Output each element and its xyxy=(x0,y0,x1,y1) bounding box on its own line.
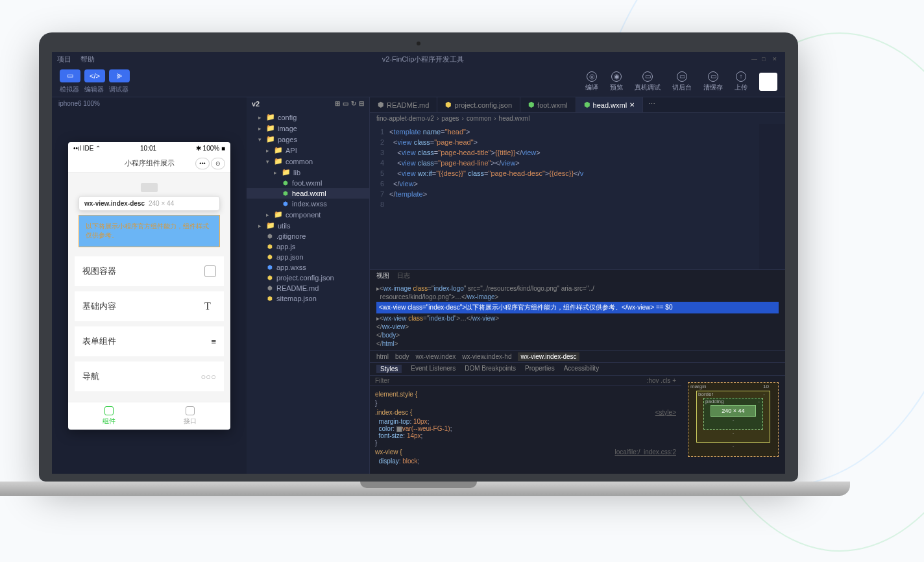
close-app-icon[interactable]: ⊙ xyxy=(211,158,225,169)
time-label: 10:01 xyxy=(140,145,156,152)
tab-event-listeners[interactable]: Event Listeners xyxy=(411,365,456,373)
folder-node[interactable]: ▸📁config xyxy=(247,112,369,123)
file-node[interactable]: ⬢sitemap.json xyxy=(247,293,369,304)
file-node[interactable]: ⬢.gitignore xyxy=(247,231,369,241)
devtools: 视图 日志 ▸<wx-image class="index-logo" src=… xyxy=(370,269,785,474)
minimap[interactable] xyxy=(759,124,785,269)
file-node[interactable]: ⬢foot.wxml xyxy=(247,178,369,188)
container-icon xyxy=(204,265,216,277)
folder-node[interactable]: ▸📁API xyxy=(247,145,369,156)
list-item[interactable]: 导航○○○ xyxy=(75,361,224,391)
device-info: iphone6 100% xyxy=(52,97,247,110)
preview-button[interactable]: ◉预览 xyxy=(610,71,623,92)
editor-tab[interactable]: ⬢ foot.wxml xyxy=(520,97,576,112)
editor-tab[interactable]: ⬢ project.config.json xyxy=(437,97,520,112)
new-file-icon[interactable]: ⊞ xyxy=(335,100,340,108)
more-tabs-icon[interactable]: ⋯ xyxy=(643,97,661,112)
file-node[interactable]: ⬢app.js xyxy=(247,241,369,252)
folder-node[interactable]: ▸📁utils xyxy=(247,220,369,231)
menu-project[interactable]: 项目 xyxy=(57,55,71,64)
explorer-root[interactable]: v2 xyxy=(252,100,260,108)
folder-node[interactable]: ▸📁lib xyxy=(247,167,369,178)
minimize-icon[interactable]: — xyxy=(751,56,759,62)
file-node[interactable]: ⬢project.config.json xyxy=(247,273,369,283)
tab-accessibility[interactable]: Accessibility xyxy=(564,365,599,373)
folder-node[interactable]: ▸📁image xyxy=(247,123,369,134)
highlighted-element[interactable]: 以下将展示小程序官方组件能力，组件样式仅供参考。 xyxy=(79,215,220,247)
elements-panel[interactable]: ▸<wx-image class="index-logo" src="../re… xyxy=(370,282,785,350)
editor-tab[interactable]: ⬢ README.md xyxy=(370,97,437,112)
phone-preview: ••ıl IDE ⌃ 10:01 ✱ 100% ■ 小程序组件展示 ••• ⊙ … xyxy=(68,142,230,430)
laptop-frame: 项目 帮助 v2-FinClip小程序开发工具 — □ ✕ ▭ </> ⫸ 模拟… xyxy=(39,32,798,496)
styles-filter[interactable]: Filter xyxy=(375,377,389,384)
breadcrumb[interactable]: fino-applet-demo-v2›pages›common›head.wx… xyxy=(370,113,785,124)
file-node[interactable]: ⬢README.md xyxy=(247,283,369,293)
dots-icon: ○○○ xyxy=(201,372,216,382)
page-title: 小程序组件展示 xyxy=(125,158,175,168)
simulator-panel: iphone6 100% ••ıl IDE ⌃ 10:01 ✱ 100% ■ 小… xyxy=(52,97,247,474)
file-explorer: v2 ⊞ ▭ ↻ ⊟ ▸📁config▸📁image▾📁pages▸📁API▾📁… xyxy=(247,97,370,474)
tab-dom-breakpoints[interactable]: DOM Breakpoints xyxy=(465,365,516,373)
window-title: v2-FinClip小程序开发工具 xyxy=(95,55,751,64)
collapse-icon[interactable]: ⊟ xyxy=(359,100,364,108)
hamburger-icon: ≡ xyxy=(211,337,216,347)
editor-toggle[interactable]: </> xyxy=(84,69,105,82)
devtools-tab-log[interactable]: 日志 xyxy=(397,271,410,280)
editor-tabs: ⬢ README.md⬢ project.config.json⬢ foot.w… xyxy=(370,97,785,113)
ide-window: 项目 帮助 v2-FinClip小程序开发工具 — □ ✕ ▭ </> ⫸ 模拟… xyxy=(52,52,785,474)
list-item[interactable]: 视图容器 xyxy=(75,256,224,286)
devtools-tab-view[interactable]: 视图 xyxy=(376,271,389,280)
tab-api[interactable]: 接口 xyxy=(149,402,230,430)
tab-properties[interactable]: Properties xyxy=(525,365,555,373)
toolbar: ▭ </> ⫸ 模拟器 编辑器 调试器 ◎编译 ◉预览 ▭真机调试 ▭切后台 ▭… xyxy=(52,66,785,97)
elements-breadcrumb[interactable]: htmlbodywx-view.indexwx-view.index-hdwx-… xyxy=(370,350,785,363)
folder-node[interactable]: ▸📁component xyxy=(247,209,369,220)
debugger-label: 调试器 xyxy=(109,85,128,94)
simulator-toggle[interactable]: ▭ xyxy=(60,69,80,82)
file-node[interactable]: ⬢head.wxml xyxy=(247,188,369,199)
text-icon: T xyxy=(204,300,216,312)
simulator-label: 模拟器 xyxy=(60,85,79,94)
file-node[interactable]: ⬢app.json xyxy=(247,252,369,262)
close-icon[interactable]: ✕ xyxy=(772,56,780,62)
file-node[interactable]: ⬢app.wxss xyxy=(247,262,369,273)
debugger-toggle[interactable]: ⫸ xyxy=(109,69,130,82)
clear-cache-button[interactable]: ▭清缓存 xyxy=(703,71,723,92)
folder-node[interactable]: ▾📁pages xyxy=(247,134,369,145)
tab-styles[interactable]: Styles xyxy=(376,365,402,373)
maximize-icon[interactable]: □ xyxy=(762,56,770,62)
battery-label: ✱ 100% ■ xyxy=(196,145,225,152)
element-tooltip: wx-view.index-desc 240 × 44 xyxy=(79,196,220,211)
list-item[interactable]: 表单组件≡ xyxy=(75,326,224,356)
logo-placeholder xyxy=(141,183,158,192)
file-node[interactable]: ⬢index.wxss xyxy=(247,199,369,209)
titlebar: 项目 帮助 v2-FinClip小程序开发工具 — □ ✕ xyxy=(52,52,785,66)
more-icon[interactable]: ••• xyxy=(195,158,210,169)
editor-label: 编辑器 xyxy=(84,85,104,94)
box-model: margin 10 border - padding- 240 × 44 - -… xyxy=(681,376,785,474)
code-editor[interactable]: 12345678 <template name="head"> <view cl… xyxy=(370,124,785,269)
folder-node[interactable]: ▾📁common xyxy=(247,156,369,167)
signal-label: ••ıl IDE ⌃ xyxy=(73,145,101,152)
editor-tab[interactable]: ⬢ head.wxml ✕ xyxy=(576,97,644,112)
background-button[interactable]: ▭切后台 xyxy=(672,71,692,92)
tab-component[interactable]: 组件 xyxy=(68,402,149,430)
refresh-icon[interactable]: ↻ xyxy=(351,100,356,108)
styles-toggles[interactable]: :hov .cls + xyxy=(647,377,676,384)
new-folder-icon[interactable]: ▭ xyxy=(343,100,348,108)
compile-button[interactable]: ◎编译 xyxy=(585,71,598,92)
menu-help[interactable]: 帮助 xyxy=(80,55,95,64)
close-tab-icon[interactable]: ✕ xyxy=(629,101,635,108)
upload-button[interactable]: ↑上传 xyxy=(735,71,748,92)
user-avatar[interactable] xyxy=(759,73,777,91)
remote-debug-button[interactable]: ▭真机调试 xyxy=(635,71,661,92)
list-item[interactable]: 基础内容T xyxy=(75,291,224,321)
styles-panel[interactable]: element.style { } .index-desc {<style> m… xyxy=(370,386,681,467)
